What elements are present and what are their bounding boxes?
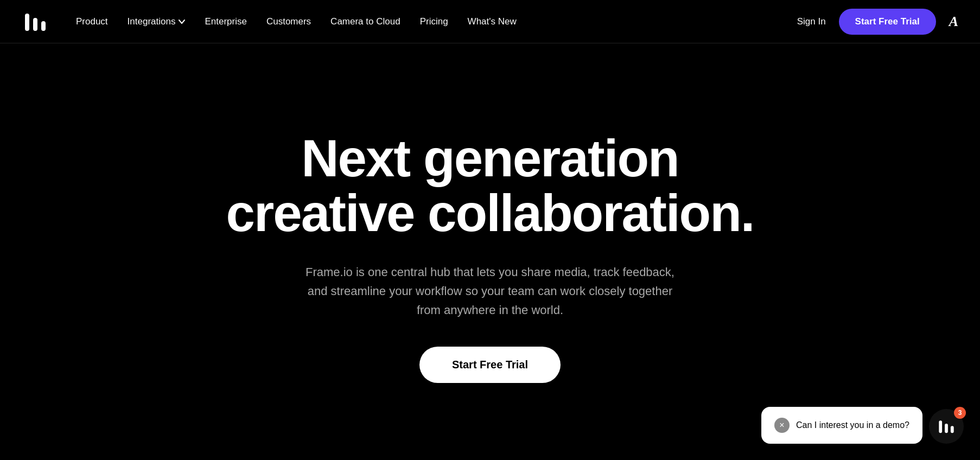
nav-item-customers[interactable]: Customers	[266, 16, 311, 27]
svg-rect-3	[939, 420, 942, 433]
nav-link-product[interactable]: Product	[76, 16, 108, 27]
hero-title: Next generation creative collaboration.	[226, 131, 754, 241]
navbar-right: Sign In Start Free Trial A	[797, 9, 958, 35]
chat-bubble: × Can I interest you in a demo?	[761, 407, 922, 444]
nav-item-pricing[interactable]: Pricing	[420, 16, 448, 27]
chat-avatar-icon	[937, 417, 956, 436]
nav-item-integrations[interactable]: Integrations	[128, 16, 186, 27]
svg-rect-1	[33, 18, 37, 31]
nav-link-enterprise[interactable]: Enterprise	[205, 16, 246, 27]
sign-in-link[interactable]: Sign In	[797, 16, 826, 27]
svg-rect-5	[951, 426, 954, 433]
start-free-trial-nav-button[interactable]: Start Free Trial	[839, 9, 936, 35]
adobe-icon: A	[949, 14, 958, 30]
chat-badge: 3	[954, 407, 966, 419]
nav-link-integrations[interactable]: Integrations	[128, 16, 186, 27]
svg-rect-2	[41, 21, 46, 31]
chat-widget: × Can I interest you in a demo? 3	[761, 407, 964, 444]
adobe-logo: A	[949, 14, 958, 30]
svg-rect-0	[25, 14, 29, 31]
navbar-left: Product Integrations Enterprise Customer…	[22, 8, 517, 35]
nav-item-camera-to-cloud[interactable]: Camera to Cloud	[330, 16, 400, 27]
hero-subtitle: Frame.io is one central hub that lets yo…	[306, 263, 674, 320]
nav-link-camera-to-cloud[interactable]: Camera to Cloud	[330, 16, 400, 27]
nav-link-whats-new[interactable]: What's New	[468, 16, 517, 27]
nav-item-whats-new[interactable]: What's New	[468, 16, 517, 27]
logo[interactable]	[22, 8, 49, 35]
nav-item-enterprise[interactable]: Enterprise	[205, 16, 246, 27]
chat-avatar[interactable]: 3	[929, 409, 964, 444]
nav-links: Product Integrations Enterprise Customer…	[76, 16, 517, 27]
nav-link-customers[interactable]: Customers	[266, 16, 311, 27]
chevron-down-icon	[179, 20, 185, 24]
nav-link-pricing[interactable]: Pricing	[420, 16, 448, 27]
svg-rect-4	[945, 424, 948, 433]
navbar: Product Integrations Enterprise Customer…	[0, 0, 980, 43]
hero-section: Next generation creative collaboration. …	[0, 43, 980, 460]
chat-close-button[interactable]: ×	[774, 418, 790, 433]
chat-message: Can I interest you in a demo?	[796, 420, 909, 430]
start-free-trial-hero-button[interactable]: Start Free Trial	[419, 347, 561, 383]
nav-item-product[interactable]: Product	[76, 16, 108, 27]
